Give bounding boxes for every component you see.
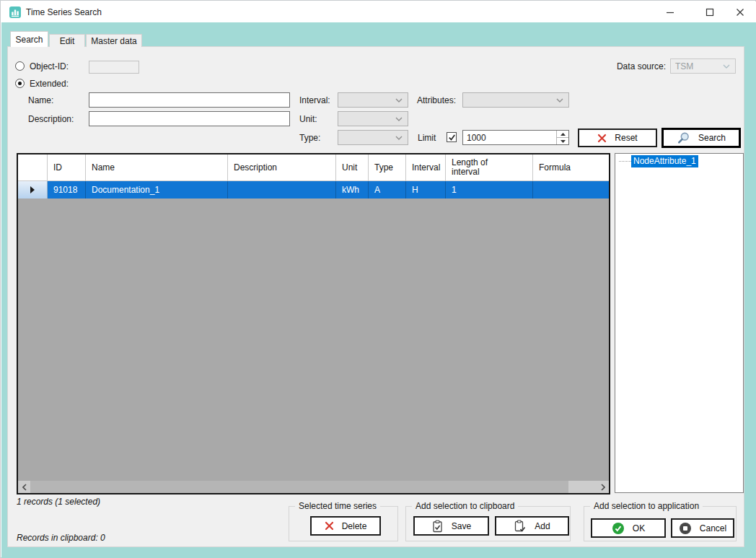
table-header-row: ID Name Description Unit Type Interval L…	[18, 154, 609, 181]
cell-id[interactable]: 91018	[48, 181, 86, 199]
tab-search[interactable]: Search	[10, 31, 48, 47]
attributes-label: Attributes:	[417, 95, 456, 105]
extended-label: Extended:	[30, 79, 69, 89]
group-add-to-application-label: Add selection to application	[590, 501, 703, 511]
delete-button-label: Delete	[342, 521, 367, 531]
limit-checkbox[interactable]	[447, 132, 457, 142]
data-source-label: Data source:	[610, 61, 666, 71]
scrollbar-track[interactable]	[568, 481, 597, 493]
column-header-id[interactable]: ID	[48, 154, 86, 180]
ok-button[interactable]: OK	[591, 518, 666, 538]
chevron-down-icon	[723, 64, 730, 69]
type-select[interactable]	[338, 130, 408, 145]
cell-unit[interactable]: kWh	[336, 181, 369, 199]
group-add-to-clipboard-label: Add selection to clipboard	[412, 501, 518, 511]
scroll-left-icon[interactable]	[18, 481, 30, 493]
spin-up-icon[interactable]	[557, 131, 568, 138]
column-header-unit[interactable]: Unit	[336, 154, 369, 180]
save-button-label: Save	[452, 521, 471, 531]
window-title: Time Series Search	[26, 7, 102, 17]
cancel-button-label: Cancel	[700, 523, 726, 533]
search-button[interactable]: Search	[662, 128, 741, 148]
chevron-down-icon	[556, 98, 563, 103]
column-header-type[interactable]: Type	[369, 154, 406, 180]
attributes-select[interactable]	[462, 92, 569, 108]
column-header-length-of-interval[interactable]: Length of interval	[446, 154, 533, 180]
group-selected-time-series-label: Selected time series	[295, 501, 380, 511]
cell-interval[interactable]: H	[406, 181, 446, 199]
chevron-down-icon	[395, 98, 403, 103]
description-input[interactable]	[89, 111, 290, 126]
table-row[interactable]: 91018 Documentation_1 kWh A H 1	[18, 181, 609, 199]
tree-item-label: NodeAttribute_1	[631, 155, 698, 167]
limit-value-spinner[interactable]: 1000	[462, 130, 569, 145]
cell-length-of-interval[interactable]: 1	[446, 181, 533, 199]
clipboard-add-icon	[514, 520, 527, 533]
app-window: Time Series Search Search Edit Master da…	[0, 0, 756, 558]
column-header-name[interactable]: Name	[86, 154, 228, 180]
cancel-button[interactable]: Cancel	[671, 518, 734, 538]
attribute-tree: NodeAttribute_1	[615, 153, 744, 493]
object-id-input[interactable]	[89, 61, 139, 74]
add-button[interactable]: Add	[495, 516, 569, 536]
name-label: Name:	[28, 95, 53, 105]
reset-button-label: Reset	[615, 133, 637, 143]
group-add-to-application: Add selection to application OK Cancel	[584, 506, 737, 541]
close-button[interactable]	[726, 1, 755, 22]
save-button[interactable]: Save	[413, 516, 489, 536]
column-header-interval[interactable]: Interval	[406, 154, 446, 180]
row-selector-header[interactable]	[18, 154, 48, 180]
extended-radio[interactable]	[15, 79, 25, 88]
column-header-description[interactable]: Description	[228, 154, 336, 180]
object-id-label: Object-ID:	[30, 61, 69, 71]
add-button-label: Add	[535, 521, 550, 531]
records-status: 1 records (1 selected)	[17, 497, 100, 507]
clipboard-check-icon	[431, 520, 444, 533]
object-id-radio[interactable]	[15, 61, 25, 71]
cell-description[interactable]	[228, 181, 336, 199]
scroll-right-icon[interactable]	[597, 481, 609, 493]
tab-edit[interactable]: Edit	[49, 34, 85, 47]
tab-search-label: Search	[15, 35, 43, 45]
delete-button[interactable]: Delete	[310, 516, 381, 536]
spin-down-icon[interactable]	[557, 138, 568, 144]
title-bar: Time Series Search	[1, 1, 756, 22]
tab-master-data[interactable]: Master data	[86, 34, 142, 47]
scrollbar-thumb[interactable]	[30, 481, 568, 493]
horizontal-scrollbar[interactable]	[18, 481, 609, 493]
spinner-arrows[interactable]	[556, 131, 568, 144]
minimize-button[interactable]	[656, 1, 685, 22]
red-x-icon	[325, 521, 334, 531]
app-icon	[9, 6, 21, 18]
interval-label: Interval:	[299, 95, 330, 105]
cell-type[interactable]: A	[369, 181, 406, 199]
magnifier-icon	[677, 131, 690, 145]
unit-label: Unit:	[299, 114, 317, 124]
description-label: Description:	[28, 114, 74, 124]
ok-button-label: OK	[633, 523, 645, 533]
table-empty-area	[18, 199, 609, 481]
name-input[interactable]	[89, 92, 290, 108]
cell-formula[interactable]	[533, 181, 609, 199]
column-header-formula[interactable]: Formula	[533, 154, 609, 180]
limit-label: Limit	[418, 133, 436, 143]
limit-value: 1000	[463, 131, 556, 144]
chevron-down-icon	[395, 117, 403, 121]
chevron-down-icon	[395, 136, 403, 140]
red-x-icon	[597, 134, 607, 143]
type-label: Type:	[299, 133, 320, 143]
unit-select[interactable]	[338, 111, 408, 126]
data-source-value: TSM	[671, 61, 693, 71]
tree-item[interactable]: NodeAttribute_1	[619, 155, 698, 167]
tree-connector	[619, 161, 631, 162]
maximize-button[interactable]	[695, 1, 724, 22]
group-add-to-clipboard: Add selection to clipboard Save Add	[405, 506, 571, 541]
data-source-select[interactable]: TSM	[670, 58, 736, 74]
reset-button[interactable]: Reset	[578, 128, 657, 147]
row-selector-cell[interactable]	[18, 181, 48, 199]
clipboard-status: Records in clipboard: 0	[17, 533, 105, 543]
interval-select[interactable]	[338, 92, 408, 108]
cell-name[interactable]: Documentation_1	[86, 181, 228, 199]
row-arrow-icon	[30, 186, 35, 193]
green-check-circle-icon	[612, 522, 625, 535]
